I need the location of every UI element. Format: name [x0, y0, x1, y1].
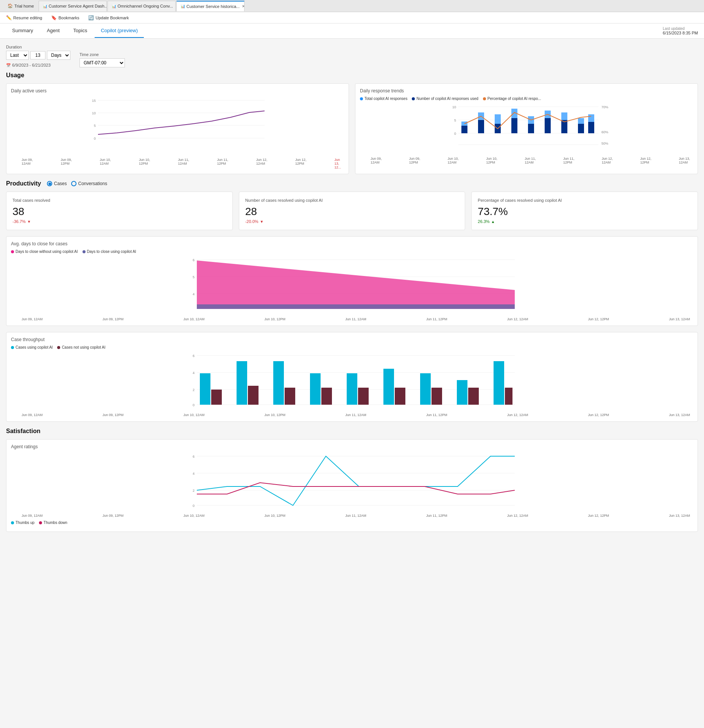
avg-days-close-title: Avg. days to close for cases: [11, 241, 693, 246]
satisfaction-section: Satisfaction Agent ratings 6 4 2 0 Jun: [6, 428, 698, 532]
avg-days-x-labels: Jun 09, 12AM Jun 09, 12PM Jun 10, 12AM J…: [11, 317, 693, 321]
svg-text:4: 4: [193, 292, 195, 296]
legend-dot-thumbs-up: [11, 521, 14, 524]
svg-rect-64: [395, 388, 405, 405]
productivity-section-title: Productivity: [6, 180, 41, 187]
svg-rect-29: [545, 118, 551, 133]
case-throughput-card: Case throughput Cases using copilot AI C…: [6, 332, 698, 422]
usage-section-title: Usage: [6, 72, 698, 79]
tab-copilot-preview[interactable]: Copilot (preview): [95, 24, 144, 38]
metric-total-cases-change: -36.7% ▼: [12, 219, 226, 224]
radio-conversations[interactable]: Conversations: [71, 181, 107, 186]
up-arrow-icon: ▲: [491, 220, 495, 224]
svg-rect-35: [588, 122, 594, 133]
case-throughput-x-labels: Jun 09, 12AM Jun 09, 12PM Jun 10, 12AM J…: [11, 413, 693, 417]
svg-rect-68: [468, 388, 479, 405]
tab-omnichannel[interactable]: 📊 Omnichannel Ongoing Conv...: [107, 1, 176, 11]
metric-percentage-copilot: Percentage of cases resolved using copil…: [471, 192, 698, 230]
svg-rect-70: [505, 388, 512, 405]
tab-customer-service-dash[interactable]: 📊 Customer Service Agent Dash...: [39, 1, 107, 11]
case-throughput-legend: Cases using copilot AI Cases not using c…: [11, 345, 693, 349]
tab-summary[interactable]: Summary: [6, 24, 39, 38]
svg-text:10: 10: [92, 111, 96, 115]
metric-copilot-cases-value: 28: [245, 206, 459, 218]
svg-text:70%: 70%: [601, 105, 608, 109]
legend-percentage: Percentage of copilot AI respo...: [483, 97, 541, 101]
svg-rect-19: [461, 126, 467, 133]
legend-dot-with-copilot: [83, 250, 86, 253]
svg-rect-55: [237, 361, 247, 405]
metrics-row: Total cases resolved 38 -36.7% ▼ Number …: [6, 192, 698, 230]
metric-total-cases-value: 38: [12, 206, 226, 218]
svg-text:10: 10: [452, 105, 456, 109]
daily-users-x-labels: Jun 09,12AM Jun 09,12PM Jun 10,12AM Jun …: [11, 158, 344, 169]
svg-text:50%: 50%: [601, 142, 608, 145]
home-icon: 🏠: [8, 3, 13, 8]
tab-trial-home[interactable]: 🏠 Trial home: [3, 1, 39, 11]
productivity-header-row: Productivity Cases Conversations: [6, 180, 698, 187]
bookmarks-button[interactable]: 🔖 Bookmarks: [50, 14, 81, 21]
legend-dot-thumbs-down: [39, 521, 42, 524]
bookmark-icon: 🔖: [51, 15, 57, 20]
metric-total-cases-title: Total cases resolved: [12, 198, 226, 203]
avg-days-close-card: Avg. days to close for cases Days to clo…: [6, 236, 698, 326]
svg-text:6: 6: [193, 354, 195, 358]
agent-ratings-card: Agent ratings 6 4 2 0 Jun 09, 12AM Jun 0…: [6, 439, 698, 532]
metric-total-cases: Total cases resolved 38 -36.7% ▼: [6, 192, 233, 230]
duration-unit-select[interactable]: Days: [47, 51, 70, 60]
metric-copilot-cases: Number of cases resolved using copilot A…: [239, 192, 466, 230]
daily-active-users-chart: 15 10 5 0: [11, 97, 344, 157]
last-updated: Last updated 6/15/2023 8:35 PM: [657, 23, 704, 38]
svg-text:5: 5: [193, 275, 195, 279]
legend-dot-copilot-cases: [11, 346, 14, 349]
resume-editing-button[interactable]: ✏️ Resume editing: [5, 14, 44, 21]
duration-preset-select[interactable]: Last: [6, 51, 29, 60]
svg-rect-53: [200, 373, 210, 405]
update-bookmark-button[interactable]: 🔄 Update Bookmark: [87, 14, 130, 21]
metric-copilot-cases-title: Number of cases resolved using copilot A…: [245, 198, 459, 203]
response-trends-legend: Total copilot AI responses Number of cop…: [360, 97, 693, 101]
main-content: Duration Last Days 📅 6/9/2023 - 6/21/202…: [0, 39, 704, 544]
svg-rect-27: [528, 124, 534, 133]
satisfaction-title: Satisfaction: [6, 428, 698, 435]
case-throughput-title: Case throughput: [11, 337, 693, 342]
tab-topics[interactable]: Topics: [67, 24, 93, 38]
metric-copilot-cases-change: -20.0% ▼: [245, 219, 459, 224]
radio-circle-cases: [47, 181, 52, 186]
legend-dot-without-copilot: [11, 250, 14, 253]
agent-ratings-legend: Thumbs up Thumbs down: [11, 521, 693, 525]
tab-customer-service-historical[interactable]: 📊 Customer Service historica... ✕: [176, 1, 245, 11]
svg-marker-44: [197, 304, 515, 309]
response-trends-x-labels: Jun 09,12AM Jun 09,12PM Jun 10,12AM Jun …: [360, 157, 693, 164]
svg-rect-60: [321, 388, 332, 405]
daily-response-trends-card: Daily response trends Total copilot AI r…: [355, 83, 698, 174]
svg-rect-69: [494, 361, 504, 405]
tab-agent[interactable]: Agent: [41, 24, 66, 38]
metric-percentage-title: Percentage of cases resolved using copil…: [478, 198, 692, 203]
date-range-display: 📅 6/9/2023 - 6/21/2023: [6, 63, 70, 67]
duration-value-input[interactable]: [30, 51, 45, 59]
timezone-select[interactable]: GMT-07:00: [79, 58, 125, 67]
main-nav-tabs: Summary Agent Topics Copilot (preview): [0, 24, 657, 38]
toolbar: ✏️ Resume editing 🔖 Bookmarks 🔄 Update B…: [0, 12, 704, 23]
metric-percentage-value: 73.7%: [478, 206, 692, 218]
svg-text:4: 4: [193, 371, 195, 375]
agent-ratings-x-labels: Jun 09, 12AM Jun 09, 12PM Jun 10, 12AM J…: [11, 514, 693, 518]
svg-text:6: 6: [193, 258, 195, 262]
daily-response-trends-title: Daily response trends: [360, 88, 693, 94]
svg-text:0: 0: [193, 403, 195, 407]
legend-responses-used: Number of copilot AI responses used: [412, 97, 478, 101]
legend-dot-non-copilot-cases: [57, 346, 60, 349]
svg-text:0: 0: [454, 132, 456, 136]
down-arrow-icon-2: ▼: [260, 220, 264, 224]
calendar-icon: 📅: [6, 63, 11, 67]
browser-tab-bar: 🏠 Trial home 📊 Customer Service Agent Da…: [0, 0, 704, 12]
tab-close-button[interactable]: ✕: [242, 4, 244, 8]
case-throughput-chart: 6 4 2 0: [11, 352, 693, 412]
radio-cases[interactable]: Cases: [47, 181, 67, 186]
svg-text:2: 2: [193, 388, 195, 392]
svg-rect-57: [273, 361, 284, 405]
filters-section: Duration Last Days 📅 6/9/2023 - 6/21/202…: [6, 45, 698, 67]
metric-percentage-change: 26.3% ▲: [478, 219, 692, 224]
nav-header: Summary Agent Topics Copilot (preview) L…: [0, 23, 704, 39]
